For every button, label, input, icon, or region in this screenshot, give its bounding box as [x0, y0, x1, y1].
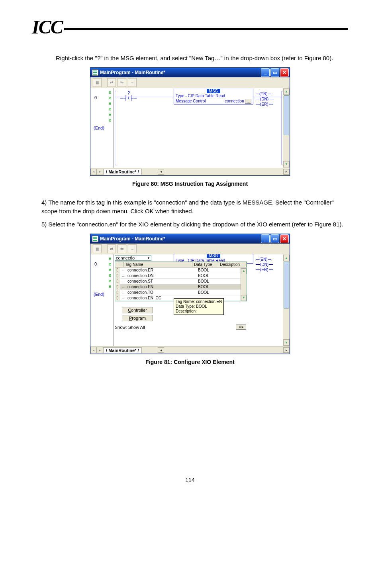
- tab-prev-button-2[interactable]: ▸: [97, 347, 103, 353]
- toolbar-icon-4b[interactable]: →: [128, 244, 137, 253]
- tag-row[interactable]: ▯connection.DNBOOL: [115, 273, 247, 279]
- titlebar-2[interactable]: MainProgram - MainRoutine* _ ▭ ✕: [90, 234, 290, 244]
- toolbar: ▦ ⇄ ⇆ →: [90, 77, 290, 88]
- toolbar-2: ▦ ⇄ ⇆ →: [90, 244, 290, 254]
- tag-type-cell: BOOL: [196, 284, 222, 289]
- tag-type-cell: BOOL: [196, 279, 222, 284]
- horizontal-scrollbar[interactable]: ◂ ▸: [158, 169, 290, 175]
- window-title-2: MainProgram - MainRoutine*: [100, 236, 261, 242]
- pin-icon: ▯: [115, 284, 120, 289]
- vertical-scrollbar[interactable]: ▲ ▼: [283, 88, 290, 168]
- tag-type-cell: BOOL: [196, 273, 222, 278]
- program-scope-button[interactable]: Program: [122, 315, 153, 321]
- logo-text: ICC: [32, 16, 63, 38]
- maximize-button[interactable]: ▭: [270, 68, 279, 77]
- toolbar-icon-2[interactable]: ⇄: [107, 78, 116, 87]
- scroll-right-icon-2[interactable]: ▸: [283, 347, 290, 353]
- msg-status-bits: (EN) (DN) (ER): [256, 91, 273, 107]
- title-icon-2: [92, 236, 98, 242]
- paragraph-2: 4) The name for this tag in this example…: [32, 198, 348, 216]
- msg-control-value: connection: [225, 99, 244, 103]
- tag-browser[interactable]: Tag Name Data Type Description ▯connecti…: [115, 262, 247, 301]
- scroll-right-icon[interactable]: ▸: [283, 169, 290, 175]
- tab-mainroutine-2[interactable]: \ MainRoutine* /: [103, 347, 142, 353]
- pin-icon: ▯: [115, 295, 120, 301]
- horizontal-scrollbar-2[interactable]: ◂ ▸: [158, 347, 290, 353]
- scroll-down-icon-2[interactable]: ▼: [283, 339, 290, 346]
- msg-config-button[interactable]: ...: [245, 99, 251, 104]
- dropdown-icon[interactable]: ▼: [147, 256, 150, 260]
- xio-symbol: ─┤/├─: [120, 95, 137, 101]
- tag-name-cell: connection.EN: [120, 284, 196, 289]
- rung-gutter-2: e 0e e e e e (End): [90, 254, 114, 346]
- show-filter-row: Show: Show All >>: [115, 324, 246, 330]
- tag-row[interactable]: ▯connection.TOBOOL: [115, 290, 247, 295]
- title-icon: [92, 69, 98, 76]
- rung-gutter: e 0e e e e e (End): [90, 88, 114, 168]
- minimize-button[interactable]: _: [261, 68, 270, 77]
- logo-rule: [64, 28, 348, 30]
- figure-80-caption: Figure 80: MSG Instruction Tag Assignmen…: [32, 181, 348, 187]
- ladder-canvas-2[interactable]: MSG Type - CIP Data Table Read (EN) (DN)…: [114, 254, 283, 346]
- minimize-button-2[interactable]: _: [261, 234, 270, 243]
- tag-scroll-up-icon[interactable]: ▲: [241, 268, 247, 274]
- rung-end-2: (End): [90, 289, 114, 297]
- page-header: ICC: [32, 16, 348, 38]
- tag-header-name: Tag Name: [123, 262, 192, 267]
- show-expand-button[interactable]: >>: [236, 324, 246, 330]
- msg-instruction[interactable]: MSG Type - CIP Data Table Read Message C…: [174, 89, 253, 104]
- tag-header-pin: [115, 262, 123, 267]
- tag-type-cell: BOOL: [196, 267, 222, 273]
- paragraph-3: 5) Select the "connection.en" for the XI…: [32, 220, 348, 229]
- window-fig2: MainProgram - MainRoutine* _ ▭ ✕ ▦ ⇄ ⇆ →…: [90, 234, 290, 354]
- vertical-scrollbar-2[interactable]: ▲ ▼: [283, 254, 290, 346]
- scroll-left-icon[interactable]: ◂: [158, 169, 164, 175]
- tag-tooltip: Tag Name: connection.EN Data Type: BOOL …: [174, 298, 224, 315]
- toolbar-icon-2b[interactable]: ⇄: [107, 244, 116, 253]
- tag-name-cell: connection.ER: [120, 267, 196, 273]
- maximize-button-2[interactable]: ▭: [270, 234, 279, 243]
- pin-icon: ▯: [115, 273, 120, 278]
- tag-name-cell: connection.ST: [120, 279, 196, 284]
- close-button[interactable]: ✕: [280, 68, 289, 77]
- window-title: MainProgram - MainRoutine*: [100, 70, 261, 75]
- msg-status-bits-2: (EN) (DN) (ER): [256, 257, 273, 272]
- tag-header-type: Data Type: [192, 262, 218, 267]
- toolbar-icon-1b[interactable]: ▦: [93, 244, 102, 253]
- page-number: 114: [32, 477, 348, 483]
- toolbar-icon-3[interactable]: ⇆: [118, 78, 126, 87]
- scroll-up-icon-2[interactable]: ▲: [283, 255, 290, 261]
- toolbar-icon-1[interactable]: ▦: [93, 78, 102, 87]
- tag-scroll-down-icon[interactable]: ▼: [241, 295, 247, 301]
- titlebar[interactable]: MainProgram - MainRoutine* _ ▭ ✕: [90, 68, 290, 77]
- ladder-canvas[interactable]: ? ─┤/├─ MSG Type - CIP Data Table Read M…: [114, 88, 283, 168]
- tab-mainroutine[interactable]: \ MainRoutine* /: [103, 169, 142, 175]
- tag-row[interactable]: ▯connection.ERBOOL: [115, 267, 247, 273]
- xio-tag-value: connectio: [116, 256, 135, 260]
- xio-element[interactable]: ? ─┤/├─: [120, 90, 137, 101]
- tag-scrollbar[interactable]: ▲ ▼: [241, 268, 247, 301]
- tag-row[interactable]: ▯connection.ENBOOL: [115, 284, 247, 290]
- toolbar-icon-4[interactable]: →: [128, 78, 137, 87]
- paragraph-1: Right-click the "?" in the MSG element, …: [32, 54, 348, 63]
- msg-control-label: Message Control: [176, 98, 206, 104]
- pin-icon: ▯: [115, 290, 120, 295]
- toolbar-icon-3b[interactable]: ⇆: [118, 244, 126, 253]
- scroll-down-icon[interactable]: ▼: [283, 161, 290, 167]
- figure-81-caption: Figure 81: Configure XIO Element: [32, 359, 348, 365]
- scroll-left-icon-2[interactable]: ◂: [158, 347, 164, 353]
- tab-first-button[interactable]: ◂: [90, 169, 97, 175]
- close-button-2[interactable]: ✕: [280, 234, 289, 243]
- msg-label-2: MSG: [207, 254, 220, 258]
- scroll-up-icon[interactable]: ▲: [283, 88, 290, 95]
- tab-prev-button[interactable]: ▸: [97, 169, 103, 175]
- tag-row[interactable]: ▯connection.STBOOL: [115, 279, 247, 284]
- msg-type-label: Type - CIP Data Table Read: [176, 93, 225, 98]
- pin-icon: ▯: [115, 267, 120, 273]
- tag-header-desc: Description: [218, 262, 247, 267]
- xio-tag-input[interactable]: connectio ▼: [115, 255, 151, 261]
- window-fig1: MainProgram - MainRoutine* _ ▭ ✕ ▦ ⇄ ⇆ →…: [90, 67, 290, 176]
- tab-first-button-2[interactable]: ◂: [90, 347, 97, 353]
- msg-label: MSG: [207, 89, 220, 93]
- controller-scope-button[interactable]: Controller: [122, 307, 153, 313]
